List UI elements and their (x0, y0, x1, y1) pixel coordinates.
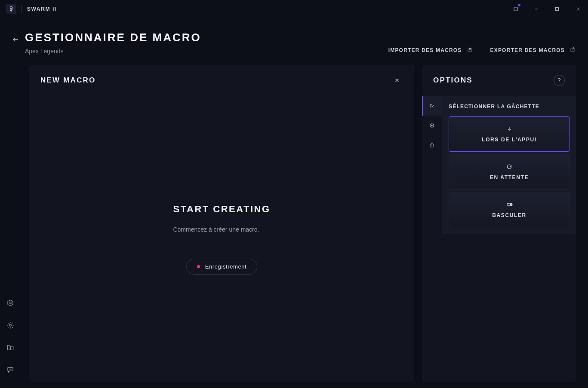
close-window-button[interactable] (569, 3, 586, 15)
svg-point-24 (510, 204, 511, 205)
page-header: GESTIONNAIRE DE MACRO Apex Legends IMPOR… (29, 31, 576, 55)
options-header: OPTIONS ? (422, 65, 576, 96)
nav-feedback-icon[interactable] (5, 365, 15, 375)
back-button[interactable] (10, 34, 21, 45)
svg-marker-16 (431, 104, 434, 107)
target-icon (429, 122, 435, 128)
svg-rect-1 (514, 7, 517, 10)
left-rail: M (0, 18, 21, 388)
close-editor-button[interactable] (391, 74, 403, 86)
empty-title: START CREATING (173, 204, 270, 215)
refresh-icon (506, 163, 513, 170)
nav-settings-icon[interactable] (5, 320, 15, 330)
toggle-icon (506, 201, 513, 208)
maximize-button[interactable] (548, 3, 566, 15)
import-icon (466, 47, 473, 54)
macro-editor-header: NEW MACRO (29, 65, 414, 96)
page-subtitle: Apex Legends (25, 48, 201, 55)
options-content: SÉLECTIONNER LA GÂCHETTE LORS DE L'APPUI (442, 96, 576, 234)
titlebar: SWARM II (0, 0, 588, 18)
record-dot-icon (197, 265, 200, 268)
page-title: GESTIONNAIRE DE MACRO (25, 31, 201, 44)
arrow-down-icon (506, 125, 513, 132)
panels: NEW MACRO START CREATING Commencez à cré… (29, 65, 576, 382)
options-side-tabs (422, 96, 442, 234)
minimize-button[interactable] (528, 3, 545, 15)
svg-rect-3 (556, 7, 559, 10)
nav-devices-icon[interactable] (5, 342, 15, 353)
export-macros-button[interactable]: EXPORTER DES MACROS (490, 47, 576, 54)
svg-rect-9 (7, 345, 10, 350)
record-button[interactable]: Enregistrement (186, 259, 258, 275)
nav-macros-icon[interactable]: M (5, 298, 15, 308)
svg-point-18 (431, 125, 432, 126)
help-button[interactable]: ? (554, 75, 565, 86)
macro-editor-title: NEW MACRO (40, 76, 95, 85)
tab-record[interactable] (422, 116, 442, 135)
empty-state: START CREATING Commencez à créer une mac… (173, 204, 270, 309)
options-panel: OPTIONS ? (422, 65, 576, 382)
tab-trigger[interactable] (422, 96, 442, 116)
export-label: EXPORTER DES MACROS (490, 47, 565, 53)
svg-point-8 (9, 324, 12, 327)
record-label: Enregistrement (205, 263, 247, 270)
trigger-list: LORS DE L'APPUI EN ATTENTE (449, 116, 570, 227)
trigger-toggle[interactable]: BASCULER (449, 192, 570, 227)
empty-subtitle: Commencez à créer une macro. (173, 226, 259, 233)
svg-text:M: M (9, 301, 12, 304)
product-name: SWARM II (27, 6, 57, 12)
brand-separator (22, 5, 22, 13)
help-label: ? (558, 77, 561, 83)
svg-point-0 (10, 6, 12, 9)
content: GESTIONNAIRE DE MACRO Apex Legends IMPOR… (21, 18, 588, 388)
trigger-label: LORS DE L'APPUI (482, 137, 537, 143)
trigger-on-hold[interactable]: EN ATTENTE (449, 154, 570, 189)
trigger-on-press[interactable]: LORS DE L'APPUI (449, 116, 570, 152)
play-icon (429, 103, 435, 109)
tab-timer[interactable] (422, 135, 442, 155)
import-label: IMPORTER DES MACROS (388, 47, 462, 53)
stopwatch-icon (429, 142, 435, 148)
options-title: OPTIONS (433, 76, 473, 85)
brand: SWARM II (6, 4, 57, 14)
options-section-title: SÉLECTIONNER LA GÂCHETTE (449, 104, 570, 110)
update-indicator-icon (518, 4, 520, 6)
svg-rect-10 (11, 346, 13, 350)
trigger-label: BASCULER (492, 212, 526, 218)
trigger-label: EN ATTENTE (490, 174, 529, 180)
update-button[interactable] (507, 3, 524, 15)
app-logo-icon (6, 4, 16, 14)
export-icon (569, 47, 576, 54)
import-macros-button[interactable]: IMPORTER DES MACROS (388, 47, 473, 54)
macro-editor-panel: NEW MACRO START CREATING Commencez à cré… (29, 65, 414, 382)
window-controls (507, 3, 586, 15)
